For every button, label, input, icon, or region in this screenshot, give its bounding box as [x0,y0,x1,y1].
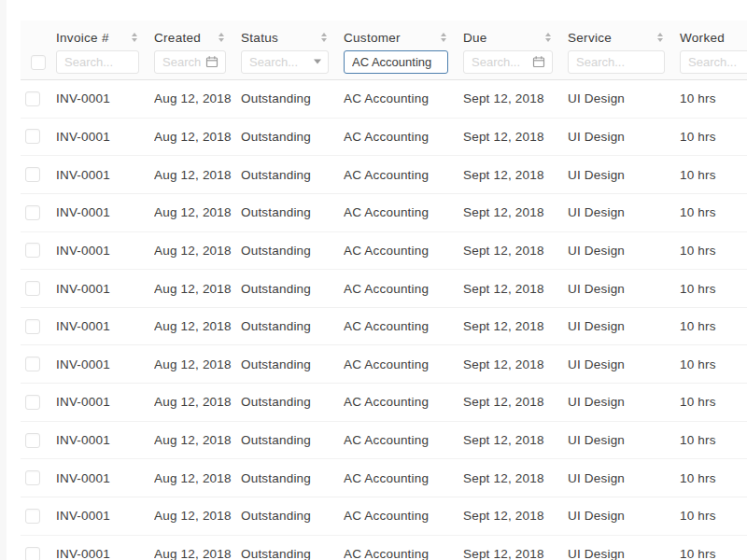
sort-icon[interactable] [321,33,327,42]
caret-down-icon[interactable] [314,59,321,63]
customer-cell: AC Accounting [344,130,463,144]
service-cell: UI Design [568,244,680,258]
status-cell: Outstanding [241,471,344,485]
column-header-created[interactable]: Created [154,31,241,45]
row-checkbox[interactable] [25,243,40,258]
due-cell: Sept 12, 2018 [463,168,568,182]
customer-cell: AC Accounting [344,319,463,333]
row-select-cell [21,357,56,371]
due-cell: Sept 12, 2018 [463,395,568,409]
created-cell: Aug 12, 2018 [154,244,241,258]
service-cell: UI Design [568,91,680,105]
service-cell: UI Design [568,433,680,447]
column-header-customer[interactable]: Customer [344,31,463,45]
worked-cell: 10 hrs [680,471,747,485]
column-label: Due [463,31,487,45]
table-row: INV-0001 Aug 12, 2018 Outstanding AC Acc… [21,497,747,536]
select-all-cell [21,55,56,70]
row-checkbox[interactable] [25,167,40,182]
column-header-service[interactable]: Service [568,31,680,45]
sort-icon[interactable] [441,33,446,42]
row-checkbox[interactable] [25,129,40,144]
status-cell: Outstanding [241,433,344,447]
row-select-cell [21,395,56,410]
table-row: INV-0001 Aug 12, 2018 Outstanding AC Acc… [21,194,747,232]
worked-cell: 10 hrs [680,168,747,182]
service-cell: UI Design [568,357,680,371]
sort-icon[interactable] [545,33,551,42]
column-header-invoice[interactable]: Invoice # [56,31,154,45]
table-row: INV-0001 Aug 12, 2018 Outstanding AC Acc… [21,156,747,194]
created-cell: Aug 12, 2018 [154,168,241,182]
row-checkbox[interactable] [25,395,40,410]
due-cell: Sept 12, 2018 [463,130,568,144]
row-select-cell [21,167,56,182]
created-cell: Aug 12, 2018 [154,433,241,447]
row-checkbox[interactable] [25,470,40,485]
worked-filter-input[interactable] [680,50,747,74]
invoice-filter-input[interactable] [56,50,139,74]
due-cell: Sept 12, 2018 [463,357,568,371]
row-checkbox[interactable] [25,357,40,371]
table-row: INV-0001 Aug 12, 2018 Outstanding AC Acc… [21,232,747,271]
header-label-row: Invoice # Created Status Customer Due [21,21,747,49]
status-cell: Outstanding [241,130,344,144]
status-cell: Outstanding [241,91,344,105]
row-checkbox[interactable] [25,91,40,106]
service-filter-cell [568,50,680,74]
column-header-worked[interactable]: Worked [680,31,747,45]
created-cell: Aug 12, 2018 [154,130,241,144]
row-checkbox[interactable] [25,319,40,334]
invoice-cell: INV-0001 [56,244,154,258]
invoice-filter-cell [56,50,154,74]
table-body: INV-0001 Aug 12, 2018 Outstanding AC Acc… [21,80,747,560]
invoice-cell: INV-0001 [56,395,154,409]
row-select-cell [21,91,56,106]
customer-cell: AC Accounting [344,471,463,485]
status-cell: Outstanding [241,509,344,523]
column-header-status[interactable]: Status [241,31,344,45]
row-checkbox[interactable] [25,509,40,524]
customer-filter-input[interactable] [344,50,448,74]
table-row: INV-0001 Aug 12, 2018 Outstanding AC Acc… [21,536,747,560]
customer-cell: AC Accounting [344,205,463,219]
worked-cell: 10 hrs [680,509,747,523]
worked-cell: 10 hrs [680,282,747,296]
calendar-icon[interactable] [205,55,218,68]
row-checkbox[interactable] [25,281,40,296]
row-select-cell [21,129,56,144]
row-checkbox[interactable] [25,205,40,220]
sort-icon[interactable] [132,33,137,42]
service-filter-input[interactable] [568,50,665,74]
status-cell: Outstanding [241,168,344,182]
due-cell: Sept 12, 2018 [463,509,568,523]
column-header-due[interactable]: Due [463,31,568,45]
column-label: Invoice # [56,31,109,45]
due-cell: Sept 12, 2018 [463,471,568,485]
invoice-cell: INV-0001 [56,471,154,485]
sort-icon[interactable] [657,33,663,42]
status-cell: Outstanding [241,395,344,409]
table-row: INV-0001 Aug 12, 2018 Outstanding AC Acc… [21,384,747,422]
row-select-cell [21,509,56,524]
row-select-cell [21,547,56,560]
service-cell: UI Design [568,205,680,219]
sort-icon[interactable] [218,33,224,42]
calendar-icon[interactable] [532,55,545,68]
created-cell: Aug 12, 2018 [154,547,241,560]
row-checkbox[interactable] [25,433,40,448]
created-cell: Aug 12, 2018 [154,357,241,371]
column-label: Status [241,31,278,45]
invoice-cell: INV-0001 [56,547,154,560]
created-cell: Aug 12, 2018 [154,319,241,333]
created-cell: Aug 12, 2018 [154,471,241,485]
row-checkbox[interactable] [25,547,40,560]
due-cell: Sept 12, 2018 [463,91,568,105]
status-filter-cell [241,50,344,74]
table-row: INV-0001 Aug 12, 2018 Outstanding AC Acc… [21,422,747,460]
column-label: Service [568,31,612,45]
worked-cell: 10 hrs [680,547,747,560]
select-all-checkbox[interactable] [31,55,46,70]
invoice-cell: INV-0001 [56,205,154,219]
row-select-cell [21,319,56,334]
